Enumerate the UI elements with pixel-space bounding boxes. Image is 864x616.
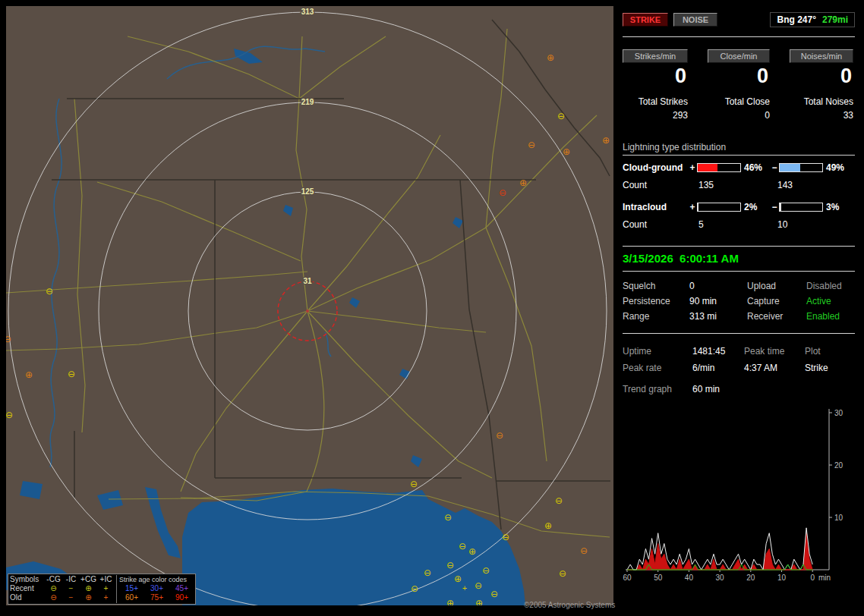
pos-ic-symbol-icon: + (97, 593, 115, 602)
svg-text:31: 31 (303, 277, 312, 285)
ic-positive-pct: 2% (741, 202, 770, 212)
receiver-label: Receiver (747, 309, 806, 324)
sensor-location-marker (306, 310, 309, 313)
uptime-value: 1481:45 (692, 343, 744, 360)
svg-text:⊖: ⊖ (496, 430, 503, 441)
peak-time-value: 4:37 AM (744, 360, 805, 376)
upload-label: Upload (747, 278, 806, 294)
age-code-15: 15+ (119, 584, 144, 593)
count-label: Count (623, 219, 698, 231)
svg-text:20: 20 (834, 461, 844, 470)
total-noises-label: Total Noises (790, 96, 853, 107)
svg-text:125: 125 (301, 187, 314, 196)
cg-positive-bar (697, 163, 741, 172)
svg-text:⊖: ⊖ (555, 495, 563, 506)
total-noises-value: 33 (790, 110, 853, 121)
age-code-30: 30+ (144, 584, 169, 593)
upload-status: Disabled (806, 278, 855, 294)
total-close-label: Total Close (708, 96, 770, 107)
legend-old-row: Old ⊖ − ⊕ + (10, 593, 115, 602)
trend-window-value: 60 min (692, 384, 855, 395)
svg-text:50: 50 (654, 574, 663, 582)
bearing-display: Bng 247° 279mi (770, 12, 855, 27)
cg-positive-count: 135 (698, 180, 777, 191)
cg-negative-count: 143 (777, 180, 855, 191)
svg-text:⊕: ⊕ (544, 520, 552, 531)
stats-block: Uptime 1481:45 Peak time Plot Peak rate … (623, 343, 855, 376)
svg-text:⊖: ⊖ (444, 512, 452, 523)
svg-text:219: 219 (301, 98, 314, 106)
trend-graph: 1020306050403020100min (623, 401, 855, 591)
settings-block: Squelch 0 Upload Disabled Persistence 90… (623, 278, 855, 324)
neg-cg-symbol-icon: ⊖ (45, 584, 62, 593)
svg-text:⊖: ⊖ (411, 583, 418, 594)
noises-per-min-button[interactable]: Noises/min (790, 49, 853, 63)
svg-text:⊕: ⊕ (468, 546, 476, 557)
positive-sign: + (688, 162, 697, 173)
total-strikes-value: 293 (623, 110, 688, 121)
plot-value: Strike (805, 360, 855, 376)
divider (623, 333, 855, 334)
strikes-per-min-button[interactable]: Strikes/min (623, 49, 688, 63)
intracloud-count-row: Count 5 10 (623, 219, 855, 231)
ic-positive-count: 5 (698, 219, 777, 231)
capture-status: Active (806, 294, 855, 309)
neg-cg-symbol-icon: ⊖ (45, 593, 62, 602)
negative-sign: − (770, 202, 779, 212)
persistence-value: 90 min (689, 294, 747, 309)
pos-cg-symbol-icon: ⊕ (80, 584, 97, 593)
control-panel: STRIKE NOISE Bng 247° 279mi Strikes/min … (620, 6, 858, 610)
strike-indicator-button[interactable]: STRIKE (623, 13, 668, 27)
legend-header-row: Symbols -CG -IC +CG +IC (10, 575, 115, 584)
count-label: Count (623, 180, 698, 191)
svg-text:⊖: ⊖ (6, 334, 11, 344)
svg-text:⊖: ⊖ (475, 580, 482, 591)
svg-text:⊕: ⊕ (602, 135, 610, 146)
legend-recent-label: Recent (10, 584, 45, 593)
svg-text:⊖: ⊖ (459, 541, 466, 552)
pos-ic-symbol-icon: + (97, 584, 115, 593)
svg-text:⊕: ⊕ (547, 52, 554, 63)
cloud-ground-count-row: Count 135 143 (623, 180, 855, 191)
divider (623, 271, 855, 272)
peak-time-label: Peak time (744, 343, 805, 360)
noise-indicator-button[interactable]: NOISE (673, 13, 717, 27)
rate-counters: Strikes/min 0 Close/min 0 Noises/min 0 (623, 49, 855, 87)
legend-age-title: Strike age color codes (119, 575, 194, 584)
age-code-75: 75+ (144, 593, 169, 602)
legend-col-pos-cg: +CG (80, 575, 97, 584)
capture-label: Capture (747, 294, 806, 309)
neg-ic-symbol-icon: − (62, 593, 80, 602)
ic-negative-bar (779, 203, 823, 212)
close-per-min-button[interactable]: Close/min (708, 49, 770, 63)
svg-text:⊖: ⊖ (46, 286, 53, 297)
intracloud-row: Intracloud + 2% − 3% (623, 201, 855, 212)
legend-symbols-block: Symbols -CG -IC +CG +IC Recent ⊖ − ⊕ + O… (10, 575, 115, 603)
map-canvas[interactable]: 31321912531 ⊕⊖⊖⊕⊕⊕⊖⊖⊖⊕⊖⊖⊖⊖⊖⊖⊕⊖⊕⊖⊖⊖⊖+⊖⊖⊖⊖… (6, 6, 613, 605)
svg-text:0: 0 (810, 574, 815, 582)
svg-text:⊖: ⊖ (528, 140, 535, 150)
peak-rate-label: Peak rate (623, 360, 692, 376)
squelch-value: 0 (689, 278, 747, 294)
svg-text:⊖: ⊖ (557, 111, 565, 121)
totals-row: Total Strikes 293 Total Close 0 Total No… (623, 96, 855, 121)
cg-negative-bar (779, 163, 823, 172)
svg-text:⊕: ⊕ (25, 369, 33, 380)
cloud-ground-label: Cloud-ground (623, 162, 688, 173)
svg-text:20: 20 (746, 574, 755, 582)
receiver-status: Enabled (806, 309, 855, 324)
age-code-90: 90+ (169, 593, 194, 602)
legend-recent-row: Recent ⊖ − ⊕ + (10, 584, 115, 593)
strikes-per-min-value: 0 (623, 64, 688, 87)
total-close-value: 0 (708, 110, 770, 121)
svg-text:⊖: ⊖ (490, 589, 498, 599)
age-code-60: 60+ (119, 593, 144, 602)
negative-sign: − (770, 162, 779, 173)
svg-text:min: min (818, 574, 831, 582)
range-label: Range (623, 309, 689, 324)
svg-text:10: 10 (834, 514, 844, 522)
pos-cg-symbol-icon: ⊕ (80, 593, 97, 602)
lightning-map[interactable]: 31321912531 ⊕⊖⊖⊕⊕⊕⊖⊖⊖⊕⊖⊖⊖⊖⊖⊖⊕⊖⊕⊖⊖⊖⊖+⊖⊖⊖⊖… (6, 6, 613, 605)
noises-per-min-counter: Noises/min 0 (790, 49, 853, 87)
svg-text:⊕: ⊕ (519, 178, 527, 188)
